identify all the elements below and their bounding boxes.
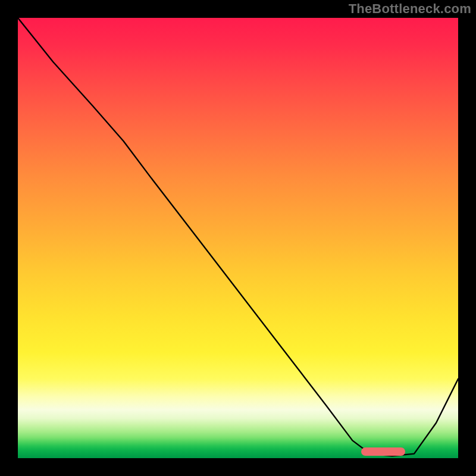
bottleneck-curve [18, 18, 458, 458]
watermark-text: TheBottleneck.com [349, 1, 471, 17]
plot-area [18, 18, 458, 458]
optimal-range-marker [361, 447, 405, 456]
chart-stage: TheBottleneck.com [0, 0, 476, 476]
